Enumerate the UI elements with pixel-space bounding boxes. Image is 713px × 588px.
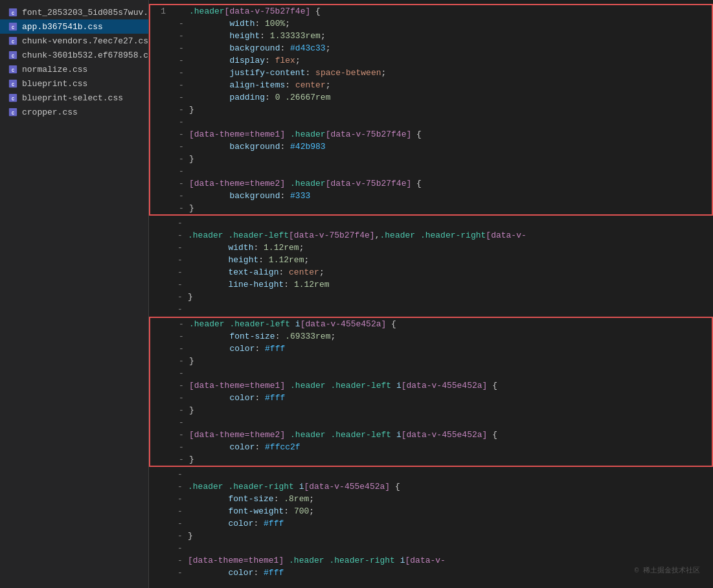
sidebar-item-chunk-3601[interactable]: C chunk-3601b532.ef678958.css — [0, 48, 148, 62]
sidebar-item-label: blueprint.css — [22, 79, 87, 89]
code-line: - — [150, 165, 712, 177]
code-line: - — [149, 542, 713, 554]
code-line: - } — [150, 153, 712, 165]
css-file-icon-4: C — [8, 50, 18, 60]
code-line: - } — [150, 453, 712, 466]
code-line: - } — [150, 202, 712, 214]
normal-block-1: - .header .header-left[data-v-75b27f4e],… — [149, 229, 713, 303]
sidebar-item-chunk-vendors[interactable]: C chunk-vendors.7eec7e27.css — [0, 34, 148, 48]
sidebar-item-blueprint[interactable]: C blueprint.css — [0, 76, 148, 91]
code-lines: 1 .header[data-v-75b27f4e] { - width: 10… — [149, 0, 713, 582]
sidebar-item-label: app.b367541b.css — [22, 22, 103, 32]
code-line: - — [149, 217, 713, 229]
file-sidebar: C font_2853203_5id085s7wuv.css C app.b36… — [0, 0, 149, 588]
code-line: - .header .header-right i[data-v-455e452… — [149, 481, 713, 493]
svg-text:C: C — [12, 68, 14, 73]
svg-text:C: C — [12, 40, 14, 45]
css-file-icon-8: C — [8, 107, 18, 117]
css-file-icon-6: C — [8, 78, 18, 89]
code-line: - } — [149, 530, 713, 542]
code-line: - width: 100%; — [150, 17, 712, 30]
code-line: - justify-content: space-between; — [150, 67, 712, 79]
code-line: - text-align: center; — [149, 266, 713, 278]
code-line: - } — [150, 404, 712, 416]
code-line: - line-height: 1.12rem — [149, 278, 713, 291]
code-line: - color: #fff — [149, 567, 713, 579]
code-line: - background: #333 — [150, 190, 712, 202]
sidebar-item-label: chunk-3601b532.ef678958.css — [22, 51, 149, 60]
css-file-icon-2: C — [8, 21, 18, 32]
code-line: - [data-theme=theme2] .header .header-le… — [150, 429, 712, 441]
code-line: - .header .header-left i[data-v-455e452a… — [150, 318, 712, 330]
code-line: - — [149, 303, 713, 315]
css-file-icon-7: C — [8, 93, 18, 103]
code-line: - — [149, 468, 713, 481]
code-line: - font-weight: 700; — [149, 505, 713, 517]
code-line: - height: 1.12rem; — [149, 254, 713, 266]
sidebar-item-label: normalize.css — [22, 65, 87, 74]
code-line: - — [150, 367, 712, 379]
css-file-icon-5: C — [8, 64, 18, 74]
code-line: - — [150, 416, 712, 429]
css-file-icon: C — [8, 7, 18, 17]
svg-text:C: C — [12, 82, 14, 87]
code-line: - .header .header-left[data-v-75b27f4e],… — [149, 229, 713, 242]
sidebar-item-cropper[interactable]: C cropper.css — [0, 105, 148, 119]
code-line: - } — [149, 291, 713, 303]
normal-block-2: - .header .header-right i[data-v-455e452… — [149, 481, 713, 579]
code-line: - display: flex; — [150, 54, 712, 67]
code-line: - color: #fff — [150, 392, 712, 404]
code-line: - [data-theme=theme1] .header .header-le… — [150, 379, 712, 392]
code-line: - font-size: .8rem; — [149, 493, 713, 505]
sidebar-item-label: blueprint-select.css — [22, 93, 123, 103]
sidebar-item-label: cropper.css — [22, 107, 78, 117]
sidebar-item-label: chunk-vendors.7eec7e27.css — [22, 36, 149, 46]
svg-text:C: C — [12, 11, 14, 16]
code-line: - width: 1.12rem; — [149, 242, 713, 254]
sidebar-item-app[interactable]: C app.b367541b.css — [0, 19, 148, 34]
code-line: - height: 1.33333rem; — [150, 30, 712, 42]
svg-text:C: C — [12, 96, 14, 102]
code-line: - } — [150, 104, 712, 116]
highlight-block-1: 1 .header[data-v-75b27f4e] { - width: 10… — [149, 4, 713, 216]
sidebar-item-label: font_2853203_5id085s7wuv.css — [22, 8, 149, 17]
code-line: 1 .header[data-v-75b27f4e] { — [150, 5, 712, 17]
svg-text:C: C — [12, 25, 14, 30]
sidebar-item-font[interactable]: C font_2853203_5id085s7wuv.css — [0, 5, 148, 19]
code-line: - background: #d43c33; — [150, 42, 712, 54]
code-line: - color: #fff — [150, 343, 712, 355]
sidebar-item-blueprint-select[interactable]: C blueprint-select.css — [0, 91, 148, 105]
code-line: - background: #42b983 — [150, 141, 712, 153]
code-line: - font-size: .69333rem; — [150, 330, 712, 343]
code-line: - padding: 0 .26667rem — [150, 91, 712, 104]
css-file-icon-3: C — [8, 36, 18, 46]
highlight-block-2: - .header .header-left i[data-v-455e452a… — [149, 317, 713, 467]
code-line: - color: #fff — [149, 517, 713, 530]
code-line: - [data-theme=theme1] .header[data-v-75b… — [150, 128, 712, 141]
code-line: - align-items: center; — [150, 79, 712, 91]
sidebar-item-normalize[interactable]: C normalize.css — [0, 62, 148, 76]
code-line: - } — [150, 355, 712, 367]
code-editor: 1 .header[data-v-75b27f4e] { - width: 10… — [149, 0, 713, 588]
code-line: - [data-theme=theme1] .header .header-ri… — [149, 554, 713, 567]
code-line: - — [150, 116, 712, 128]
svg-text:C: C — [12, 111, 14, 116]
code-line: - [data-theme=theme2] .header[data-v-75b… — [150, 177, 712, 190]
watermark: © 稀土掘金技术社区 — [635, 565, 700, 575]
code-line: - color: #ffcc2f — [150, 441, 712, 453]
svg-text:C: C — [12, 54, 14, 59]
